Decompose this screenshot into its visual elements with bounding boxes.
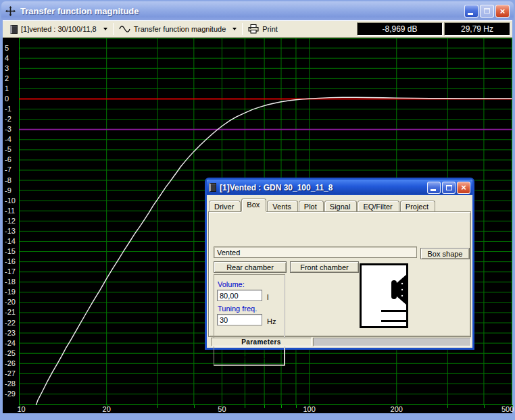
vent-port-line bbox=[381, 320, 407, 322]
y-tick-label: -20 bbox=[5, 298, 20, 306]
y-tick-label: 3 bbox=[5, 64, 20, 72]
tuning-freq-unit: Hz bbox=[267, 317, 276, 325]
tab-signal[interactable]: Signal bbox=[324, 201, 358, 211]
tuning-freq-label: Tuning freq. bbox=[218, 305, 257, 313]
y-tick-label: -17 bbox=[5, 267, 20, 275]
y-tick-label: -4 bbox=[5, 135, 20, 143]
close-button[interactable]: × bbox=[495, 5, 510, 18]
vented-box-dialog[interactable]: [1]Vented : GDN 30_100_11_8 × DriverBoxV… bbox=[205, 178, 474, 350]
x-tick bbox=[245, 405, 245, 408]
tab-project[interactable]: Project bbox=[400, 201, 435, 211]
status-parameters: Parameters bbox=[211, 338, 312, 346]
dialog-titlebar[interactable]: [1]Vented : GDN 30_100_11_8 × bbox=[207, 180, 472, 195]
tab-plot[interactable]: Plot bbox=[299, 201, 324, 211]
dialog-statusbar: Parameters bbox=[207, 338, 472, 347]
chevron-down-icon bbox=[232, 28, 237, 30]
y-tick-label: -7 bbox=[5, 165, 20, 174]
minimize-icon bbox=[468, 13, 473, 15]
rear-chamber-panel: Volume: l Tuning freq. Hz Advanced-> bbox=[214, 274, 285, 366]
dialog-minimize-button[interactable] bbox=[427, 182, 441, 194]
box-diagram bbox=[360, 263, 408, 328]
volume-unit: l bbox=[267, 293, 268, 301]
x-tick bbox=[194, 405, 195, 408]
print-label: Print bbox=[262, 25, 278, 33]
dialog-close-button[interactable]: × bbox=[457, 182, 470, 194]
y-tick-label: -9 bbox=[5, 186, 20, 194]
status-empty bbox=[313, 338, 471, 346]
printer-icon bbox=[248, 24, 259, 34]
y-tick-label: -25 bbox=[5, 349, 20, 357]
y-tick-label: -3 bbox=[5, 125, 20, 133]
y-tick-label: -29 bbox=[5, 390, 20, 398]
advanced-link[interactable]: Advanced-> bbox=[214, 353, 285, 361]
cursor-frequency-readout: 29,79 Hz bbox=[444, 22, 510, 36]
toolbar-separator bbox=[113, 23, 114, 35]
application-window: Transfer function magnitude × [1]vented … bbox=[0, 0, 515, 420]
y-tick-label: -23 bbox=[5, 329, 20, 337]
cursor-readouts: -8,969 dB 29,79 Hz bbox=[357, 22, 510, 36]
y-tick-label: -2 bbox=[5, 115, 20, 123]
toolbar-separator bbox=[242, 23, 243, 35]
maximize-icon bbox=[446, 185, 452, 190]
sine-wave-icon bbox=[119, 25, 130, 33]
project-selector[interactable]: [1]vented : 30/100/11,8 bbox=[8, 22, 109, 36]
volume-input[interactable] bbox=[217, 290, 262, 301]
x-tick-label: 10 bbox=[17, 405, 25, 413]
y-tick-label: -26 bbox=[5, 359, 20, 367]
tab-eq-filter[interactable]: EQ/Filter bbox=[358, 201, 399, 211]
x-tick bbox=[296, 405, 297, 408]
chevron-down-icon bbox=[103, 28, 107, 30]
dialog-icon bbox=[209, 183, 216, 192]
y-tick-label: -1 bbox=[5, 105, 20, 113]
y-tick-label: -10 bbox=[5, 196, 20, 205]
minimize-button[interactable] bbox=[464, 5, 479, 18]
crosshair-icon bbox=[5, 6, 16, 16]
y-tick-label: -24 bbox=[5, 339, 20, 347]
dialog-maximize-button[interactable] bbox=[442, 182, 456, 194]
y-tick-label: -12 bbox=[5, 217, 20, 225]
tab-vents[interactable]: Vents bbox=[267, 201, 298, 211]
y-tick-label: 0 bbox=[5, 95, 20, 103]
y-tick-label: -19 bbox=[5, 288, 20, 296]
graph-type-selector[interactable]: Transfer function magnitude bbox=[117, 22, 239, 36]
dialog-title: [1]Vented : GDN 30_100_11_8 bbox=[220, 183, 333, 192]
maximize-button bbox=[480, 5, 494, 18]
tab-driver[interactable]: Driver bbox=[209, 201, 241, 211]
project-icon bbox=[10, 25, 18, 34]
graph-type-label: Transfer function magnitude bbox=[134, 25, 226, 33]
print-button[interactable]: Print bbox=[246, 22, 280, 36]
x-tick bbox=[264, 405, 265, 408]
dialog-tabstrip: DriverBoxVentsPlotSignalEQ/FilterProject bbox=[209, 199, 436, 211]
close-icon: × bbox=[500, 7, 506, 16]
x-tick-label: 200 bbox=[391, 405, 403, 413]
x-axis-labels: 102050100200500 bbox=[3, 405, 512, 413]
y-tick-label: -28 bbox=[5, 379, 20, 388]
y-tick-label: 2 bbox=[5, 74, 20, 82]
y-tick-label: -27 bbox=[5, 369, 20, 377]
y-tick-label: 1 bbox=[5, 84, 20, 93]
x-tick-label: 20 bbox=[103, 405, 111, 413]
minimize-icon bbox=[431, 189, 436, 191]
y-tick-label: -6 bbox=[5, 155, 20, 163]
y-tick-label: -11 bbox=[5, 207, 20, 215]
y-tick-label: -8 bbox=[5, 176, 20, 184]
x-tick bbox=[484, 405, 485, 408]
tab-box[interactable]: Box bbox=[241, 199, 266, 211]
rear-chamber-button[interactable]: Rear chamber bbox=[214, 261, 287, 273]
y-tick-label: -22 bbox=[5, 319, 20, 327]
x-tick-label: 100 bbox=[303, 405, 315, 413]
tuning-freq-input[interactable] bbox=[217, 314, 262, 325]
box-shape-button[interactable]: Box shape bbox=[420, 248, 470, 259]
x-tick bbox=[157, 405, 158, 408]
y-tick-label: -16 bbox=[5, 257, 20, 265]
cursor-db-readout: -8,969 dB bbox=[357, 22, 443, 36]
x-tick bbox=[281, 405, 282, 408]
y-tick-label: -5 bbox=[5, 145, 20, 153]
y-tick-label: -14 bbox=[5, 237, 20, 245]
front-chamber-button[interactable]: Front chamber bbox=[290, 261, 359, 273]
y-tick-label: -15 bbox=[5, 247, 20, 255]
x-tick-label: 500 bbox=[501, 405, 514, 413]
y-tick-label: -13 bbox=[5, 227, 20, 235]
box-type-field: Vented bbox=[214, 246, 417, 258]
main-titlebar[interactable]: Transfer function magnitude × bbox=[1, 1, 514, 20]
